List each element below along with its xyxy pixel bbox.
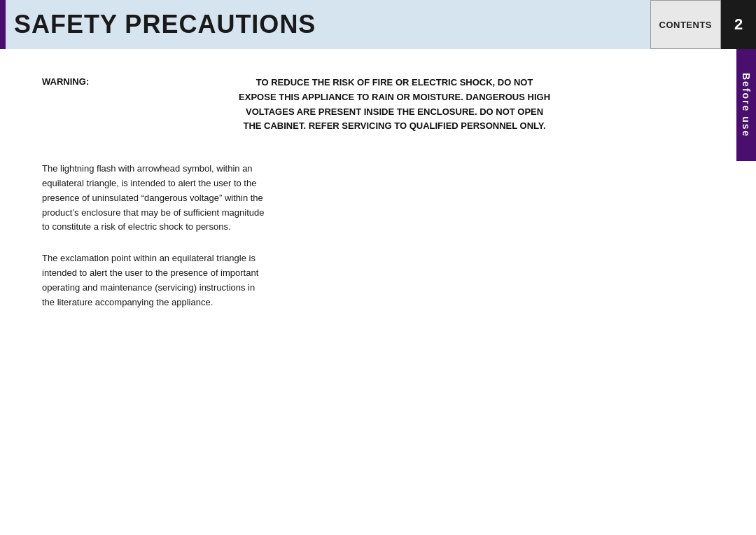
warning-line4: THE CABINET. REFER SERVICING TO QUALIFIE… — [243, 120, 545, 131]
warning-text: TO REDUCE THE RISK OF FIRE OR ELECTRIC S… — [94, 76, 694, 134]
page-header: SAFETY PRECAUTIONS CONTENTS 2 — [0, 0, 756, 49]
header-right: CONTENTS 2 — [650, 0, 757, 49]
paragraph-1: The lightning flash with arrowhead symbo… — [42, 162, 266, 235]
page-number: 2 — [721, 0, 756, 49]
title-area: SAFETY PRECAUTIONS — [6, 0, 650, 49]
paragraph-2: The exclamation point within an equilate… — [42, 251, 266, 310]
warning-line1: TO REDUCE THE RISK OF FIRE OR ELECTRIC S… — [256, 77, 533, 88]
warning-section: WARNING: TO REDUCE THE RISK OF FIRE OR E… — [42, 76, 694, 134]
main-content: WARNING: TO REDUCE THE RISK OF FIRE OR E… — [0, 49, 756, 354]
warning-line2: EXPOSE THIS APPLIANCE TO RAIN OR MOISTUR… — [239, 92, 550, 102]
contents-button[interactable]: CONTENTS — [650, 0, 722, 49]
body-text: The lightning flash with arrowhead symbo… — [42, 162, 694, 310]
warning-label: WARNING: — [42, 76, 89, 134]
page-title: SAFETY PRECAUTIONS — [14, 10, 316, 39]
accent-bar — [0, 0, 6, 49]
warning-line3: VOLTAGES ARE PRESENT INSIDE THE ENCLOSUR… — [246, 106, 543, 117]
section-tab: Before use — [736, 49, 756, 161]
